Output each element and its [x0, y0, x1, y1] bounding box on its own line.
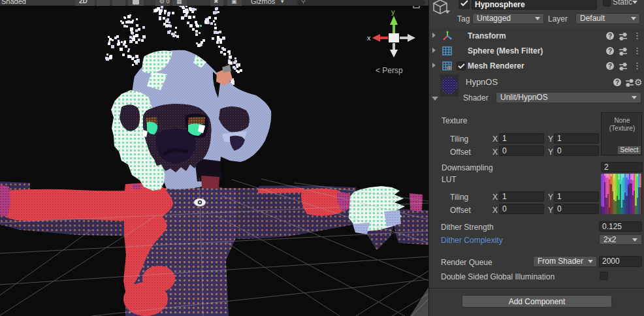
- svg-text:< Persp: < Persp: [376, 66, 403, 75]
- svg-text:x: x: [367, 34, 371, 42]
- svg-text:y: y: [391, 8, 395, 16]
